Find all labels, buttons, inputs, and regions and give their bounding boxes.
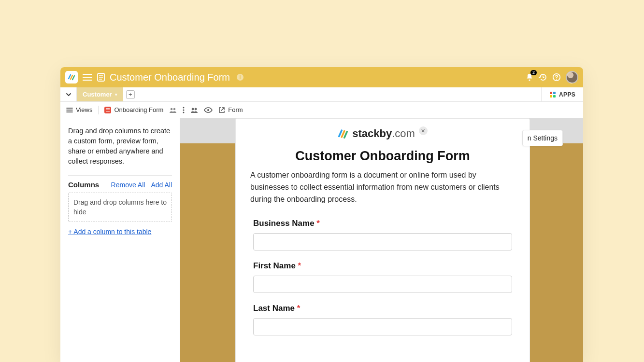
collaborators-icon[interactable] bbox=[169, 107, 177, 113]
add-column-link[interactable]: + Add a column to this table bbox=[68, 228, 151, 236]
svg-rect-5 bbox=[553, 92, 556, 94]
columns-heading: Columns bbox=[68, 181, 99, 189]
apps-icon bbox=[549, 91, 556, 98]
current-view-label: Onboarding Form bbox=[114, 106, 163, 113]
field-label: First Name * bbox=[253, 261, 512, 271]
avatar[interactable] bbox=[566, 71, 578, 84]
apps-label: APPS bbox=[559, 91, 575, 98]
field-first-name: First Name * bbox=[250, 261, 515, 293]
stackby-logo-icon bbox=[338, 128, 348, 139]
notif-badge: 2 bbox=[530, 70, 537, 75]
main-area: Drag and drop columns to create a custom… bbox=[60, 118, 583, 362]
brand-suffix: .com bbox=[392, 127, 415, 139]
app-window: Customer Onboarding Form i 2 Customer ▾ … bbox=[60, 67, 583, 362]
page-title: Customer Onboarding Form bbox=[110, 72, 230, 83]
form-description[interactable]: A customer onboarding form is a document… bbox=[250, 169, 515, 205]
svg-point-8 bbox=[171, 108, 172, 110]
help-text: Drag and drop columns to create a custom… bbox=[68, 126, 172, 167]
viewbar: Views Onboarding Form Form bbox=[60, 102, 583, 118]
remove-all-link[interactable]: Remove All bbox=[111, 181, 145, 189]
left-panel: Drag and drop columns to create a custom… bbox=[60, 118, 180, 362]
share-icon[interactable] bbox=[190, 107, 198, 113]
form-settings-button[interactable]: n Settings bbox=[522, 130, 563, 146]
expand-tables-button[interactable] bbox=[60, 87, 77, 101]
doc-icon[interactable] bbox=[97, 73, 105, 82]
svg-point-10 bbox=[183, 107, 185, 108]
caret-down-icon: ▾ bbox=[115, 92, 117, 97]
svg-rect-6 bbox=[550, 95, 552, 97]
required-marker: * bbox=[316, 219, 320, 228]
svg-point-13 bbox=[192, 108, 194, 110]
label-text: First Name bbox=[253, 261, 296, 270]
hide-columns-dropzone[interactable]: Drag and drop columns here to hide bbox=[68, 193, 172, 222]
brand-text: stackby.com bbox=[352, 127, 415, 140]
remove-logo-button[interactable]: ✕ bbox=[419, 126, 428, 135]
required-marker: * bbox=[297, 304, 301, 313]
form-brand: stackby.com ✕ bbox=[250, 127, 515, 140]
svg-point-14 bbox=[195, 108, 197, 110]
field-business-name: Business Name * bbox=[250, 219, 515, 251]
help-icon[interactable] bbox=[552, 73, 561, 82]
svg-point-1 bbox=[529, 79, 530, 81]
tab-customer[interactable]: Customer ▾ bbox=[77, 87, 123, 101]
last-name-input[interactable] bbox=[253, 318, 512, 335]
chevron-down-icon bbox=[66, 92, 72, 97]
history-icon[interactable] bbox=[539, 73, 547, 82]
more-menu-icon[interactable] bbox=[183, 107, 185, 113]
hamburger-menu-icon[interactable] bbox=[83, 73, 92, 81]
field-label: Business Name * bbox=[253, 219, 512, 228]
topbar: Customer Onboarding Form i 2 bbox=[60, 67, 583, 87]
divider bbox=[68, 175, 172, 176]
svg-point-3 bbox=[556, 79, 557, 80]
open-form-button[interactable]: Form bbox=[218, 106, 243, 113]
form-title[interactable]: Customer Onboarding Form bbox=[250, 149, 515, 164]
business-name-input[interactable] bbox=[253, 233, 512, 251]
form-canvas: n Settings stackby.com ✕ Customer Onboar… bbox=[180, 118, 583, 362]
list-icon bbox=[66, 107, 73, 113]
apps-button[interactable]: APPS bbox=[541, 87, 583, 101]
columns-header-row: Columns Remove All Add All bbox=[68, 181, 172, 189]
stackby-logo-icon bbox=[68, 73, 75, 81]
views-button[interactable]: Views bbox=[66, 106, 92, 113]
svg-point-15 bbox=[207, 109, 209, 111]
settings-label: Settings bbox=[533, 134, 558, 142]
tabbar: Customer ▾ + APPS bbox=[60, 87, 583, 102]
open-form-label: Form bbox=[228, 106, 243, 113]
required-marker: * bbox=[298, 261, 301, 270]
info-icon[interactable]: i bbox=[237, 74, 243, 81]
svg-rect-4 bbox=[550, 92, 552, 94]
label-text: Business Name bbox=[253, 219, 315, 228]
svg-rect-7 bbox=[553, 95, 556, 97]
add-all-link[interactable]: Add All bbox=[151, 181, 172, 189]
label-text: Last Name bbox=[253, 304, 295, 313]
tab-label: Customer bbox=[83, 91, 112, 98]
add-table-button[interactable]: + bbox=[126, 90, 135, 99]
svg-point-12 bbox=[183, 111, 185, 113]
separator bbox=[98, 106, 99, 114]
field-label: Last Name * bbox=[253, 304, 512, 313]
first-name-input[interactable] bbox=[253, 276, 512, 293]
svg-point-9 bbox=[173, 108, 175, 110]
visibility-icon[interactable] bbox=[204, 107, 213, 113]
brand-name: stackby bbox=[352, 127, 392, 139]
views-label: Views bbox=[76, 106, 92, 113]
notifications-button[interactable]: 2 bbox=[525, 73, 534, 82]
svg-point-11 bbox=[183, 109, 185, 111]
current-view[interactable]: Onboarding Form bbox=[104, 106, 163, 113]
form-view-icon bbox=[104, 107, 111, 113]
external-link-icon bbox=[218, 107, 225, 113]
app-logo[interactable] bbox=[65, 71, 78, 84]
settings-label-partial: n bbox=[528, 134, 533, 142]
form-card: stackby.com ✕ Customer Onboarding Form A… bbox=[235, 118, 530, 362]
field-last-name: Last Name * bbox=[250, 304, 515, 335]
